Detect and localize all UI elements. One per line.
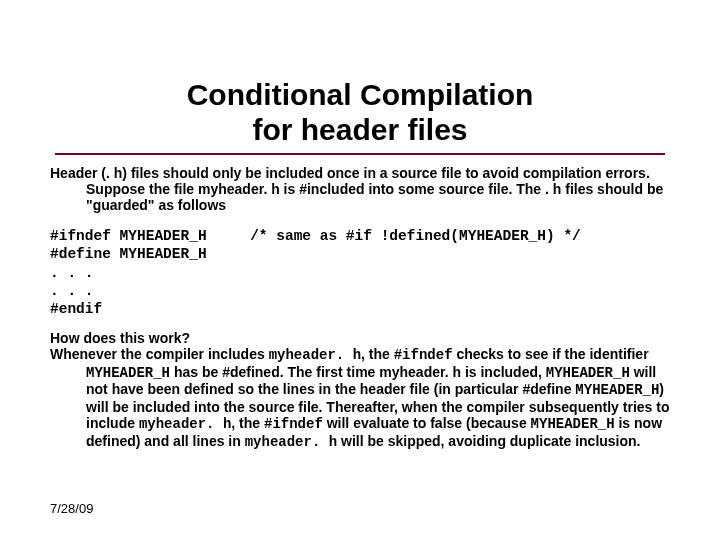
title-underline [55,153,665,155]
exp-m7: #ifndef [264,416,323,432]
exp-t4: has be #defined. The first time myheader… [170,364,546,380]
title-line-1: Conditional Compilation [187,78,534,111]
code-line-4: . . . [50,283,94,299]
intro-text: Header (. h) files should only be includ… [50,165,670,213]
exp-m2: #ifndef [394,347,453,363]
code-block: #ifndef MYHEADER_H /* same as #if !defin… [50,227,670,318]
explanation-question: How does this work? [50,330,670,347]
exp-t8: will evaluate to false (because [323,415,531,431]
exp-m6: myheader. h [139,416,231,432]
exp-m9: myheader. h [245,434,337,450]
exp-t7: , the [231,415,264,431]
code-line-1b: /* same as #if !defined(MYHEADER_H) */ [207,228,581,244]
exp-m8: MYHEADER_H [531,416,615,432]
exp-t10: will be skipped, avoiding duplicate incl… [337,433,640,449]
slide: Conditional Compilation for header files… [0,0,720,540]
exp-t2: , the [361,346,394,362]
slide-date: 7/28/09 [50,501,93,516]
code-line-5: #endif [50,301,102,317]
exp-t3: checks to see if the identifier [453,346,649,362]
exp-m5: MYHEADER_H [575,382,659,398]
slide-title: Conditional Compilation for header files [50,0,670,153]
title-line-2: for header files [252,113,467,146]
intro-paragraph: Header (. h) files should only be includ… [50,165,670,213]
code-line-1a: #ifndef MYHEADER_H [50,228,207,244]
exp-t1: Whenever the compiler includes [50,346,269,362]
explanation-body: Whenever the compiler includes myheader.… [50,346,670,450]
explanation-paragraph: How does this work? Whenever the compile… [50,330,670,451]
code-line-3: . . . [50,265,94,281]
exp-m1: myheader. h [269,347,361,363]
exp-m4: MYHEADER_H [546,365,630,381]
code-line-2: #define MYHEADER_H [50,246,207,262]
exp-m3: MYHEADER_H [86,365,170,381]
